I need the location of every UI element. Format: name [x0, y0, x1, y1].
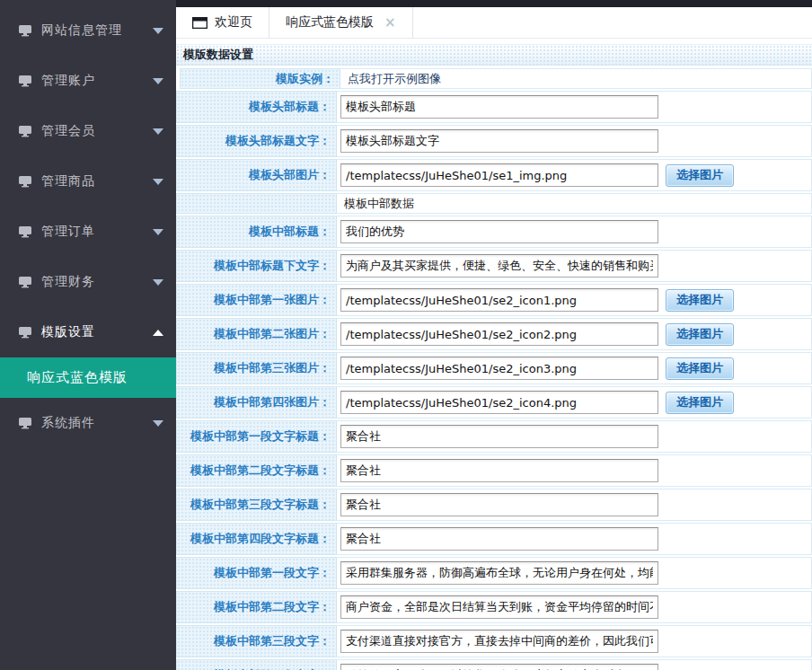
form-row: 模板中部第一段文字：: [176, 557, 812, 589]
monitor-icon: [18, 75, 32, 87]
field-input[interactable]: [340, 561, 658, 585]
sidebar: 网站信息管理管理账户管理会员管理商品管理订单管理财务模版设置响应式蓝色模版系统插…: [0, 0, 176, 670]
field-value-cell: 选择图片: [336, 159, 812, 191]
tab-label: 欢迎页: [215, 14, 252, 31]
window-icon: [192, 17, 207, 29]
choose-image-button[interactable]: 选择图片: [666, 323, 734, 346]
field-input[interactable]: [340, 254, 658, 278]
tab-bar: 欢迎页响应式蓝色模版×: [176, 7, 812, 39]
top-strip: [176, 0, 812, 7]
field-value-cell: [336, 250, 812, 282]
field-value-cell: [336, 591, 812, 623]
sidebar-item[interactable]: 管理账户: [0, 56, 176, 106]
field-label: 模板头部标题：: [249, 99, 331, 115]
choose-image-button[interactable]: 选择图片: [666, 164, 734, 187]
sidebar-item[interactable]: 模版设置: [0, 307, 176, 357]
field-value-cell: [336, 420, 812, 453]
field-label-cell: 模板中部标题：: [176, 216, 336, 248]
field-value-cell: [336, 91, 812, 123]
content-area: 欢迎页响应式蓝色模版× 模版数据设置 模版实例：点我打开示例图像模板头部标题：模…: [176, 0, 812, 670]
field-label: 模板中部第四张图片：: [214, 394, 331, 410]
field-input[interactable]: [340, 459, 658, 482]
field-value-cell: [336, 489, 812, 521]
sidebar-item-label: 管理会员: [41, 123, 153, 139]
field-input[interactable]: [340, 95, 658, 119]
chevron-down-icon: [153, 229, 163, 235]
tab[interactable]: 欢迎页: [176, 7, 269, 38]
field-input[interactable]: [340, 129, 658, 153]
form-row: 模板中部第三张图片：选择图片: [176, 352, 812, 384]
form-row: 模板头部标题：: [176, 91, 812, 123]
field-label-cell: 模板中部第一段文字标题：: [176, 420, 336, 453]
monitor-icon: [18, 24, 32, 37]
page-title: 模版数据设置: [176, 44, 812, 66]
monitor-icon: [18, 276, 32, 288]
sidebar-item[interactable]: 管理财务: [0, 257, 176, 307]
choose-image-button[interactable]: 选择图片: [666, 289, 734, 312]
sidebar-item[interactable]: 系统插件: [0, 398, 176, 448]
form-row: 模板中部第四段文字标题：: [176, 523, 812, 555]
form-row: 模板头部标题文字：: [176, 125, 812, 157]
form-row: 模板中部数据: [176, 193, 812, 214]
field-label: 模板中部第一张图片：: [214, 292, 331, 308]
sidebar-item[interactable]: 管理订单: [0, 207, 176, 257]
app-window: 网站信息管理管理账户管理会员管理商品管理订单管理财务模版设置响应式蓝色模版系统插…: [0, 0, 812, 670]
field-value-cell: 点我打开示例图像: [340, 68, 812, 89]
field-value-cell: 选择图片: [336, 284, 812, 316]
sidebar-item[interactable]: 管理商品: [0, 156, 176, 207]
field-input[interactable]: [340, 288, 658, 312]
form-row: 模板中部第三段文字标题：: [176, 489, 812, 521]
chevron-down-icon: [153, 420, 163, 427]
sidebar-item[interactable]: 管理会员: [0, 106, 176, 156]
field-value-cell: [336, 557, 812, 589]
field-label: 模板中部第一段文字：: [214, 565, 331, 581]
field-input[interactable]: [340, 630, 658, 653]
field-input[interactable]: [340, 425, 658, 448]
field-input[interactable]: [340, 595, 658, 619]
sidebar-item-label: 管理账户: [41, 73, 153, 89]
field-label-cell: 模板中部第一段文字：: [176, 557, 336, 589]
field-input[interactable]: [340, 391, 658, 414]
chevron-down-icon: [153, 128, 163, 135]
monitor-icon: [18, 225, 32, 238]
field-label-cell: 模板中部第一张图片：: [176, 284, 336, 316]
choose-image-button[interactable]: 选择图片: [666, 357, 734, 380]
sidebar-item-label: 系统插件: [41, 415, 153, 431]
field-label-cell: 模板头部标题文字：: [176, 125, 336, 157]
field-input[interactable]: [340, 220, 658, 243]
field-label-cell: 模板头部标题：: [176, 91, 336, 123]
choose-image-button[interactable]: 选择图片: [666, 392, 734, 414]
field-value-cell: [336, 454, 812, 487]
form-row: 模板中部第二段文字：: [176, 591, 812, 623]
form-row: 模板中部第四张图片：选择图片: [176, 386, 812, 419]
sidebar-item[interactable]: 网站信息管理: [0, 5, 176, 56]
field-label-cell: 模板中部第二张图片：: [176, 318, 336, 350]
field-value-cell: [336, 523, 812, 555]
field-value-cell: 选择图片: [336, 318, 812, 350]
field-input[interactable]: [340, 163, 658, 187]
field-input[interactable]: [340, 493, 658, 516]
tab-active[interactable]: 响应式蓝色模版×: [269, 7, 413, 38]
field-value-cell: 选择图片: [336, 386, 812, 419]
field-label: 模板中部第三段文字标题：: [190, 497, 331, 513]
chevron-down-icon: [153, 78, 163, 84]
form-row: 模板中部第一段文字标题：: [176, 420, 812, 453]
field-input[interactable]: [340, 357, 658, 380]
field-label: 模版实例：: [276, 71, 334, 87]
field-input[interactable]: [340, 664, 658, 670]
field-label: 模板中部第二段文字：: [214, 599, 331, 615]
monitor-icon: [18, 417, 32, 429]
field-label: 模板头部图片：: [249, 167, 331, 183]
field-value-cell: [336, 125, 812, 157]
field-label-cell: 模板中部第四段文字：: [176, 659, 336, 670]
sidebar-subitem-active[interactable]: 响应式蓝色模版: [0, 357, 176, 398]
close-icon[interactable]: ×: [384, 14, 396, 31]
field-label-cell: 模板中部第三段文字：: [176, 625, 336, 657]
field-input[interactable]: [340, 527, 658, 551]
field-label-cell: 模板中部标题下文字：: [176, 250, 336, 282]
open-example-link[interactable]: 点我打开示例图像: [344, 71, 441, 87]
form-row: 模板中部第四段文字：: [176, 659, 812, 670]
field-input[interactable]: [340, 322, 658, 346]
field-value-cell: 模板中部数据: [336, 193, 812, 214]
form-row: 模板中部第二张图片：选择图片: [176, 318, 812, 350]
